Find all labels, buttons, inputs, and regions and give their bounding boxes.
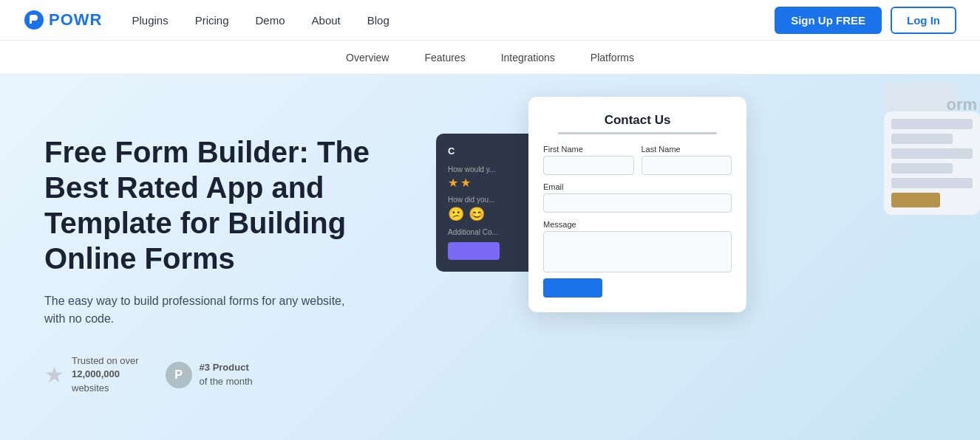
mock-light-card — [884, 111, 980, 215]
mock-light-bar-5 — [891, 178, 973, 188]
nav-links: Plugins Pricing Demo About Blog — [132, 14, 775, 27]
subnav-overview[interactable]: Overview — [346, 52, 389, 63]
mock-message-field: Message — [543, 220, 732, 272]
nav-link-about[interactable]: About — [312, 14, 341, 27]
nav-link-plugins[interactable]: Plugins — [132, 14, 168, 27]
nav-link-pricing[interactable]: Pricing — [195, 14, 229, 27]
login-button[interactable]: Log In — [891, 7, 956, 34]
signup-button[interactable]: Sign Up FREE — [775, 7, 882, 34]
hero-subtitle: The easy way to build professional forms… — [44, 292, 355, 328]
mock-email-input — [543, 193, 732, 213]
mock-light-bar-1 — [891, 119, 973, 129]
mock-contact-card: Contact Us First Name Last Name Email Me… — [528, 97, 746, 312]
emoji-frown: 😕 — [448, 206, 464, 222]
logo-icon — [24, 10, 44, 30]
subnav-platforms[interactable]: Platforms — [591, 52, 634, 63]
hero-left: Free Form Builder: The Best Rated App an… — [0, 75, 414, 440]
star-1: ★ — [448, 176, 458, 190]
hero-right: orm C How would y... ★ ★ How did you... … — [414, 75, 980, 440]
mock-message-label: Message — [543, 220, 732, 229]
trust-text-websites: Trusted on over 12,000,000 websites — [72, 354, 139, 395]
subnav-integrations[interactable]: Integrations — [501, 52, 555, 63]
navbar: POWR Plugins Pricing Demo About Blog Sig… — [0, 0, 980, 41]
subnav-features[interactable]: Features — [424, 52, 465, 63]
subnav: Overview Features Integrations Platforms — [0, 41, 980, 75]
product-hunt-icon: P — [166, 362, 192, 388]
mock-divider — [558, 132, 717, 134]
mock-submit-btn — [448, 242, 500, 260]
nav-link-blog[interactable]: Blog — [367, 14, 389, 27]
mock-contact-submit-btn — [543, 278, 602, 298]
star-icon: ★ — [44, 364, 64, 386]
mock-light-bar-4 — [891, 163, 953, 173]
mock-last-name-label: Last Name — [642, 145, 732, 154]
mock-last-name-field: Last Name — [642, 145, 732, 175]
mock-message-textarea — [543, 231, 732, 272]
mock-light-bar-3 — [891, 148, 973, 159]
mock-contact-title: Contact Us — [543, 113, 732, 128]
hero-title: Free Form Builder: The Best Rated App an… — [44, 134, 384, 276]
trust-item-websites: ★ Trusted on over 12,000,000 websites — [44, 354, 139, 395]
trust-badges: ★ Trusted on over 12,000,000 websites P … — [44, 354, 384, 395]
mock-last-name-input — [642, 156, 732, 175]
emoji-smile: 😊 — [469, 206, 485, 222]
nav-link-demo[interactable]: Demo — [256, 14, 285, 27]
mock-light-cta-btn — [891, 193, 940, 207]
mock-first-name-label: First Name — [543, 145, 634, 154]
logo-text: POWR — [49, 10, 102, 30]
mock-email-field: Email — [543, 182, 732, 213]
trust-text-product: #3 Product of the month — [200, 361, 253, 388]
hero-section: Free Form Builder: The Best Rated App an… — [0, 75, 980, 440]
mock-first-name-input — [543, 156, 634, 175]
mock-name-row: First Name Last Name — [543, 145, 732, 175]
star-2: ★ — [460, 176, 471, 190]
mock-light-bar-2 — [891, 134, 953, 144]
mock-first-name-field: First Name — [543, 145, 634, 175]
mock-email-label: Email — [543, 182, 732, 191]
logo[interactable]: POWR — [24, 10, 102, 30]
trust-item-product: P #3 Product of the month — [166, 361, 253, 388]
nav-right: Sign Up FREE Log In — [775, 7, 956, 34]
